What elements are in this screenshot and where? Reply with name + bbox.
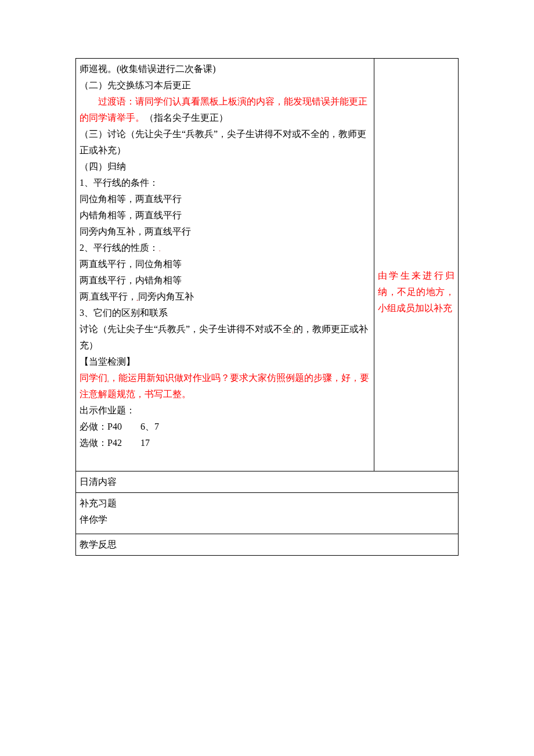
reflection-label: 教学反思 (76, 534, 458, 555)
revision-mark-icon: 。 (158, 246, 164, 252)
indent-space (80, 96, 98, 106)
side-note: 由学生来进行归纳，不足的地方，小组成员加以补充 (374, 59, 458, 316)
line: 1、平行线的条件： (80, 175, 370, 191)
line: 2、平行线的性质：。 (80, 240, 370, 256)
line: （二）先交换练习本后更正 (80, 77, 370, 93)
line: （四）归纳 (80, 159, 370, 175)
line: （三）讨论（先让尖子生“兵教兵”，尖子生讲得不对或不全的，教师更正或补充） (80, 126, 370, 159)
text: （指名尖子生更正） (145, 113, 228, 123)
line: 同旁内角互补，两直线平行 (80, 224, 370, 240)
text: 2、平行线的性质： (80, 243, 158, 253)
table-row: 师巡视。(收集错误进行二次备课) （二）先交换练习本后更正 过渡语：请同学们认真… (76, 59, 459, 471)
daily-clear-label-cell: 日清内容 (76, 471, 459, 493)
line: 过渡语：请同学们认真看黑板上板演的内容，能发现错误并能更正的同学请举手。（指名尖… (80, 93, 370, 126)
line: 内错角相等，两直线平行 (80, 207, 370, 224)
text: 讨论（先让尖子生“兵教兵”，尖子生讲得不对或不全 (80, 324, 292, 334)
reflection-cell: 教学反思 (76, 534, 459, 556)
main-content: 师巡视。(收集错误进行二次备课) （二）先交换练习本后更正 过渡语：请同学们认真… (76, 59, 374, 471)
line: 3、它们的区别和联系 (80, 305, 370, 321)
line: 师巡视。(收集错误进行二次备课) (80, 61, 370, 77)
lesson-table: 师巡视。(收集错误进行二次备课) （二）先交换练习本后更正 过渡语：请同学们认真… (75, 58, 459, 556)
line: 伴你学 (80, 512, 454, 528)
line: 【当堂检测】 (80, 354, 370, 370)
text: 直线平行， (91, 291, 137, 301)
text: 两 (80, 291, 89, 301)
main-cell: 师巡视。(收集错误进行二次备课) （二）先交换练习本后更正 过渡语：请同学们认真… (76, 59, 374, 471)
daily-clear-label: 日清内容 (76, 471, 458, 492)
line: 同学们.，能运用新知识做对作业吗？要求大家仿照例题的步骤，好，要注意解题规范，书… (80, 370, 370, 402)
line: 两直线平行，内错角相等 (80, 272, 370, 289)
line: 讨论（先让尖子生“兵教兵”，尖子生讲得不对或不全.的，教师更正或补充） (80, 321, 370, 354)
text: ，能运用新知识做对作业吗？要求大家仿照例题的步骤，好，要注意解题规范，书写工整。 (80, 373, 369, 399)
line: 必做：P40 6、7 (80, 419, 370, 435)
text: 同学们 (80, 373, 107, 383)
table-row: 教学反思 (76, 534, 459, 556)
table-row: 日清内容 (76, 471, 459, 493)
line: 选做：P42 17 (80, 435, 370, 451)
line: 补充习题 (80, 495, 454, 512)
page: 师巡视。(收集错误进行二次备课) （二）先交换练习本后更正 过渡语：请同学们认真… (0, 0, 534, 730)
daily-clear-content: 补充习题 伴你学 (76, 493, 458, 534)
line: 两直线平行，同位角相等 (80, 256, 370, 272)
line: 出示作业题： (80, 402, 370, 419)
table-row: 补充习题 伴你学 (76, 493, 459, 534)
line: 两.直线平行，.同旁内角互补 (80, 289, 370, 305)
line: 同位角相等，两直线平行 (80, 191, 370, 207)
text: 同旁内角互补 (138, 291, 194, 301)
side-cell: 由学生来进行归纳，不足的地方，小组成员加以补充 (374, 59, 459, 471)
daily-clear-content-cell: 补充习题 伴你学 (76, 493, 459, 534)
